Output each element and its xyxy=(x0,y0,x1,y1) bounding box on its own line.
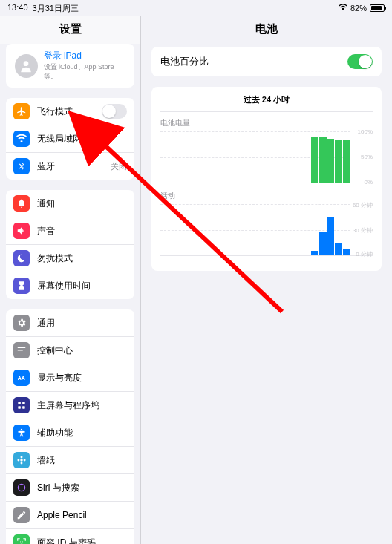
battery-pct-toggle[interactable] xyxy=(347,54,373,69)
sidebar-item-notifications[interactable]: 通知 xyxy=(6,190,134,217)
status-date: 3月31日周三 xyxy=(33,3,79,14)
grid-icon xyxy=(13,397,30,413)
faceid-icon xyxy=(13,534,30,544)
item-label: 屏幕使用时间 xyxy=(37,280,127,292)
item-label: 面容 ID 与密码 xyxy=(37,537,127,545)
avatar xyxy=(15,54,38,78)
item-label: 飞行模式 xyxy=(37,105,102,118)
sidebar-item-siri[interactable]: Siri 与搜索 xyxy=(6,474,134,502)
sidebar-item-faceid[interactable]: 面容 ID 与密码 xyxy=(6,529,134,544)
item-label: 墙纸 xyxy=(37,454,127,467)
y-label: 0 分钟 xyxy=(356,250,373,258)
sidebar-item-pencil[interactable]: Apple Pencil xyxy=(6,502,134,529)
gear-icon xyxy=(13,315,30,331)
item-label: 辅助功能 xyxy=(37,427,127,439)
svg-text:AA: AA xyxy=(18,376,25,381)
hourglass-icon xyxy=(13,278,30,294)
item-label: 无线局域网 xyxy=(37,133,127,145)
status-bar: 13:40 3月31日周三 82% xyxy=(0,0,392,16)
svg-point-10 xyxy=(17,459,19,462)
sliders-icon xyxy=(13,342,30,358)
status-battery-pct: 82% xyxy=(350,4,367,13)
bell-icon xyxy=(13,195,30,212)
svg-rect-3 xyxy=(22,402,25,404)
bluetooth-icon xyxy=(13,158,30,174)
detail-title: 电池 xyxy=(151,16,382,47)
sidebar-item-home[interactable]: 主屏幕与程序坞 xyxy=(6,392,134,419)
svg-point-8 xyxy=(21,456,23,458)
sidebar-item-wallpaper[interactable]: 墙纸 xyxy=(6,447,134,474)
sidebar-item-control[interactable]: 控制中心 xyxy=(6,337,134,364)
sidebar: 设置 登录 iPad 设置 iCloud、App Store 等。 飞行模式 无… xyxy=(0,16,141,544)
item-label: 蓝牙 xyxy=(37,160,111,173)
y-label: 0% xyxy=(364,179,373,186)
flower-icon xyxy=(13,452,30,468)
item-label: 声音 xyxy=(37,225,127,237)
y-label: 60 分钟 xyxy=(353,201,373,209)
usage-card: 过去 24 小时 电池电量 100% 50% 0% 活动 60 分钟 30 分钟… xyxy=(151,87,382,271)
moon-icon xyxy=(13,250,30,266)
tab-24h[interactable]: 过去 24 小时 xyxy=(160,94,373,112)
level-label: 电池电量 xyxy=(160,118,373,128)
sidebar-item-general[interactable]: 通用 xyxy=(6,309,134,337)
item-label: 显示与亮度 xyxy=(37,372,127,384)
row-label: 电池百分比 xyxy=(160,55,209,68)
svg-rect-5 xyxy=(22,406,25,409)
y-label: 100% xyxy=(358,128,373,135)
pencil-icon xyxy=(13,507,30,523)
battery-pct-card: 电池百分比 xyxy=(151,47,382,76)
svg-point-11 xyxy=(24,459,26,462)
sidebar-item-screentime[interactable]: 屏幕使用时间 xyxy=(6,272,134,299)
profile-sub: 设置 iCloud、App Store 等。 xyxy=(44,62,125,82)
detail-pane: 电池 电池百分比 过去 24 小时 电池电量 100% 50% 0% 活动 60… xyxy=(141,16,392,544)
airplane-toggle[interactable] xyxy=(102,104,127,119)
item-label: 通用 xyxy=(37,317,127,330)
svg-rect-2 xyxy=(18,402,21,404)
svg-point-7 xyxy=(20,459,23,462)
item-label: 勿扰模式 xyxy=(37,252,127,265)
svg-point-6 xyxy=(21,429,22,430)
battery-icon xyxy=(370,4,385,12)
item-label: 通知 xyxy=(37,197,127,210)
level-chart: 100% 50% 0% xyxy=(160,131,373,183)
svg-point-9 xyxy=(21,462,23,465)
svg-rect-4 xyxy=(18,406,21,409)
item-label: Siri 与搜索 xyxy=(37,482,127,494)
airplane-icon xyxy=(13,103,30,119)
profile-row[interactable]: 登录 iPad 设置 iCloud、App Store 等。 xyxy=(6,44,134,88)
activity-chart: 60 分钟 30 分钟 0 分钟 xyxy=(160,204,373,256)
y-label: 50% xyxy=(361,154,373,160)
sidebar-item-accessibility[interactable]: 辅助功能 xyxy=(6,419,134,447)
sidebar-item-sound[interactable]: 声音 xyxy=(6,217,134,245)
display-icon: AA xyxy=(13,370,30,386)
status-time: 13:40 xyxy=(7,3,28,14)
y-label: 30 分钟 xyxy=(353,226,373,235)
wifi-settings-icon xyxy=(13,131,30,147)
siri-icon xyxy=(13,479,30,496)
wifi-icon xyxy=(339,4,347,13)
sidebar-item-wifi[interactable]: 无线局域网 xyxy=(6,125,134,153)
item-label: 主屏幕与程序坞 xyxy=(37,399,127,412)
sidebar-item-bluetooth[interactable]: 蓝牙 关闭 xyxy=(6,153,134,180)
sidebar-title: 设置 xyxy=(0,16,140,44)
sidebar-item-dnd[interactable]: 勿扰模式 xyxy=(6,245,134,272)
speaker-icon xyxy=(13,223,30,239)
svg-point-0 xyxy=(24,61,29,66)
accessibility-icon xyxy=(13,425,30,441)
item-label: Apple Pencil xyxy=(37,510,127,520)
item-label: 控制中心 xyxy=(37,344,127,357)
sidebar-item-airplane[interactable]: 飞行模式 xyxy=(6,98,134,125)
activity-label: 活动 xyxy=(160,191,373,201)
svg-point-12 xyxy=(18,484,24,491)
sidebar-item-display[interactable]: AA 显示与亮度 xyxy=(6,364,134,392)
profile-title: 登录 iPad xyxy=(44,50,125,62)
item-value: 关闭 xyxy=(111,161,127,172)
